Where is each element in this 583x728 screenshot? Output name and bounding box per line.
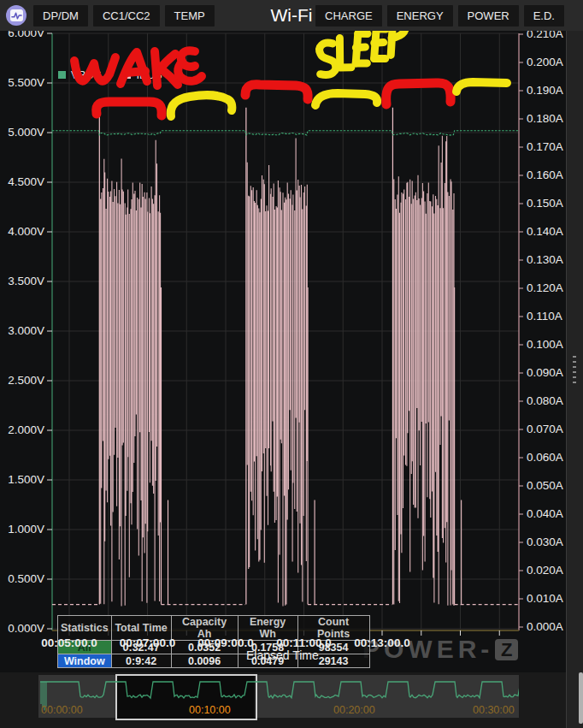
nav-time-label: 00:30:00 <box>473 704 515 716</box>
stats-header: Total Time <box>111 616 171 641</box>
legend-item-vbus[interactable]: VBUS <box>58 68 101 81</box>
navigator-selection-window[interactable] <box>115 674 257 720</box>
legend-label: VBUS <box>71 68 101 81</box>
tab-power[interactable]: POWER <box>458 5 519 27</box>
left-axis-tick: 0.000V <box>0 623 44 635</box>
tab-energy[interactable]: ENERGY <box>387 5 453 27</box>
stats-header: Energy Wh <box>238 616 297 641</box>
statistics-table: Statistics Total Time Capacity Ah Energy… <box>57 615 370 668</box>
stats-header: Statistics <box>58 616 112 641</box>
main-chart[interactable]: Statistics Total Time Capacity Ah Energy… <box>0 31 566 672</box>
stat-value: 0:32:47 <box>111 641 171 654</box>
navigator-zone: 00:00:00 00:10:00 00:20:00 00:30:00 <box>0 672 566 728</box>
top-toolbar: DP/DMCC1/CC2TEMP Wi-Fi CHARGEENERGYPOWER… <box>0 0 583 31</box>
stats-row-label-window: Window <box>58 654 112 668</box>
left-axis-tick: 2.500V <box>0 375 44 387</box>
stat-value: 0:9:42 <box>111 654 171 668</box>
left-axis-tick: 5.000V <box>0 127 44 139</box>
right-splitter-panel <box>566 31 583 728</box>
nav-time-label-selected: 00:10:00 <box>189 704 231 716</box>
stats-row-all: All 0:32:47 0.0352 0.1758 98354 <box>58 641 370 654</box>
navigator-waveform <box>38 675 519 718</box>
stats-header: Count Points <box>297 616 369 641</box>
stats-row-window: Window 0:9:42 0.0096 0.0479 29143 <box>58 654 370 668</box>
left-axis-tick: 5.500V <box>0 77 44 89</box>
stat-value: 0.0352 <box>171 641 238 654</box>
stats-row-label-all: All <box>58 641 112 654</box>
nav-time-label: 00:00:00 <box>41 704 83 716</box>
legend-label: IBUS <box>136 68 162 81</box>
navigator-chart[interactable]: 00:00:00 00:10:00 00:20:00 00:30:00 <box>38 675 519 718</box>
watermark-text: POWER- <box>362 635 493 664</box>
left-axis-tick: 3.500V <box>0 275 44 287</box>
stats-header-row: Statistics Total Time Capacity Ah Energy… <box>58 616 370 641</box>
ibus-swatch-icon <box>123 71 131 79</box>
nav-time-label: 00:20:00 <box>333 704 375 716</box>
left-axis-tick: 3.000V <box>0 325 44 337</box>
left-axis-tick: 1.500V <box>0 474 44 486</box>
left-axis-tick: 2.000V <box>0 424 44 436</box>
left-axis-tick: 4.000V <box>0 226 44 238</box>
left-axis-tick: 4.500V <box>0 176 44 188</box>
app-waveform-icon[interactable] <box>6 5 26 26</box>
left-axis-tick: 0.500V <box>0 573 44 585</box>
tab-e-d-[interactable]: E.D. <box>524 5 564 27</box>
powerz-watermark: POWER-Z <box>362 635 518 664</box>
tab-temp[interactable]: TEMP <box>165 5 215 27</box>
watermark-z-badge: Z <box>495 639 518 660</box>
chart-legend: VBUS IBUS <box>58 68 162 81</box>
tab-charge[interactable]: CHARGE <box>315 5 382 27</box>
left-axis-tick: 1.000V <box>0 524 44 536</box>
tab-cc1-cc2[interactable]: CC1/CC2 <box>93 5 160 27</box>
stat-value: 0.0096 <box>171 654 238 668</box>
legend-item-ibus[interactable]: IBUS <box>123 68 162 81</box>
splitter-grip-icon[interactable] <box>573 356 576 387</box>
x-axis-title: Elapsed Time <box>246 648 319 662</box>
tab-dp-dm[interactable]: DP/DM <box>33 5 88 27</box>
vertical-scrollbar-thumb[interactable] <box>579 672 583 724</box>
waveform-glyph-icon <box>10 9 23 21</box>
vbus-swatch-icon <box>58 71 66 79</box>
powerz-window: Statistics Total Time Capacity Ah Energy… <box>0 0 583 728</box>
stats-header: Capacity Ah <box>171 616 238 641</box>
